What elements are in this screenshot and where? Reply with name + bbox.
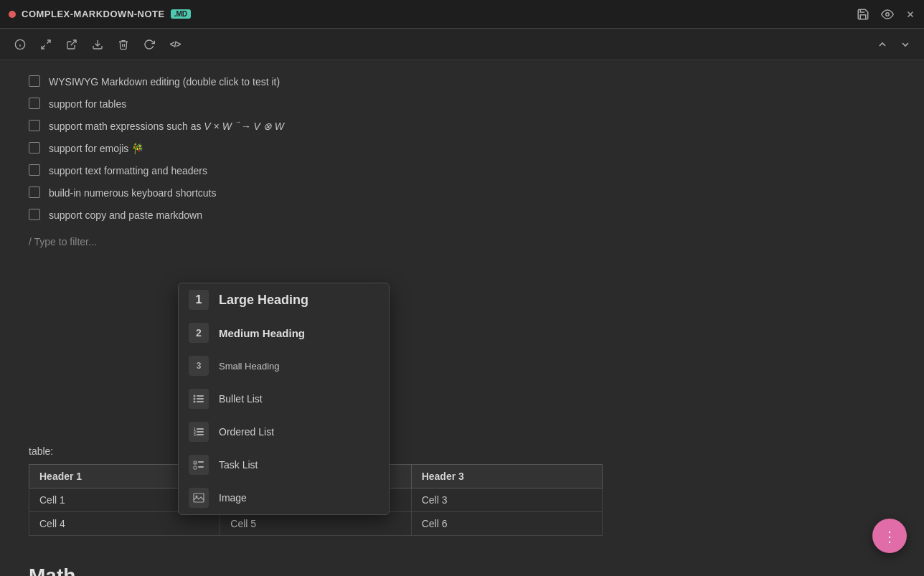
bullet-list-icon bbox=[189, 389, 209, 409]
svg-line-8 bbox=[71, 40, 76, 45]
checkbox-4[interactable] bbox=[29, 142, 40, 154]
table-header-3: Header 3 bbox=[411, 465, 602, 488]
svg-rect-19 bbox=[197, 431, 204, 433]
svg-rect-24 bbox=[194, 466, 197, 469]
filter-placeholder: Type to filter... bbox=[34, 236, 97, 247]
checklist-item-1: WYSIWYG Markdown editing (double click t… bbox=[29, 75, 895, 90]
toolbar-left: </> bbox=[9, 33, 187, 56]
nav-down-button[interactable] bbox=[895, 34, 915, 55]
svg-point-12 bbox=[194, 398, 196, 400]
checklist-text-5: support text formatting and headers bbox=[49, 164, 207, 179]
delete-button[interactable] bbox=[112, 33, 135, 56]
checklist-text-1: WYSIWYG Markdown editing (double click t… bbox=[49, 75, 280, 90]
table-cell-2-1: Cell 4 bbox=[29, 512, 220, 536]
filter-slash: / bbox=[29, 236, 32, 247]
svg-rect-13 bbox=[197, 398, 204, 400]
svg-rect-25 bbox=[198, 466, 204, 468]
svg-rect-26 bbox=[194, 494, 204, 502]
svg-point-10 bbox=[194, 395, 196, 397]
bullet-list-label: Bullet List bbox=[219, 393, 263, 405]
table-cell-1-3: Cell 3 bbox=[411, 488, 602, 512]
task-list-label: Task List bbox=[219, 459, 258, 471]
ordered-list-icon: 1. 2. 3. bbox=[189, 422, 209, 442]
checkbox-3[interactable] bbox=[29, 120, 40, 131]
app-title: COMPLEX-MARKDOWN-NOTE bbox=[22, 9, 165, 19]
external-link-button[interactable] bbox=[60, 33, 83, 56]
checklist-text-7: support copy and paste markdown bbox=[49, 208, 202, 223]
large-heading-label: Large Heading bbox=[219, 293, 308, 308]
svg-line-7 bbox=[42, 45, 45, 49]
toolbar-right bbox=[872, 34, 915, 55]
checklist-item-7: support copy and paste markdown bbox=[29, 208, 895, 223]
image-label: Image bbox=[219, 492, 247, 504]
svg-rect-15 bbox=[197, 401, 204, 402]
info-button[interactable] bbox=[9, 33, 32, 56]
checkbox-2[interactable] bbox=[29, 98, 40, 109]
svg-rect-17 bbox=[197, 428, 204, 430]
table-section: table: Header 1 Header 2 Header 3 Cell 1… bbox=[29, 445, 895, 536]
task-list-icon bbox=[189, 455, 209, 475]
window-dot bbox=[9, 11, 16, 18]
svg-rect-11 bbox=[197, 395, 204, 397]
math-expression: V × W →→ V ⊗ W bbox=[204, 121, 284, 132]
checklist-text-3: support math expressions such as V × W →… bbox=[49, 119, 284, 134]
ordered-list-label: Ordered List bbox=[219, 426, 274, 438]
checklist-text-2: support for tables bbox=[49, 97, 126, 112]
dropdown-item-task-list[interactable]: Task List bbox=[179, 448, 389, 481]
nav-up-button[interactable] bbox=[872, 34, 892, 55]
download-button[interactable] bbox=[86, 33, 109, 56]
checklist-item-4: support for emojis 🎋 bbox=[29, 141, 895, 156]
dropdown-item-bullet-list[interactable]: Bullet List bbox=[179, 382, 389, 415]
title-bar-left: COMPLEX-MARKDOWN-NOTE .MD bbox=[9, 9, 191, 19]
large-heading-icon: 1 bbox=[189, 290, 209, 310]
medium-heading-label: Medium Heading bbox=[219, 327, 305, 339]
dropdown-item-image[interactable]: Image bbox=[179, 481, 389, 514]
dropdown-item-ordered-list[interactable]: 1. 2. 3. Ordered List bbox=[179, 415, 389, 448]
preview-icon[interactable] bbox=[881, 8, 894, 21]
checklist-text-4: support for emojis 🎋 bbox=[49, 141, 143, 156]
refresh-button[interactable] bbox=[138, 33, 161, 56]
checkbox-1[interactable] bbox=[29, 75, 40, 87]
svg-line-6 bbox=[47, 40, 50, 44]
checklist-item-6: build-in numerous keyboard shortcuts bbox=[29, 186, 895, 201]
close-icon[interactable] bbox=[905, 9, 915, 19]
svg-point-0 bbox=[886, 12, 890, 16]
title-bar: COMPLEX-MARKDOWN-NOTE .MD bbox=[0, 0, 924, 29]
checklist-item-2: support for tables bbox=[29, 97, 895, 112]
md-badge: .MD bbox=[171, 9, 191, 19]
fab-icon: ⋮ bbox=[882, 529, 897, 544]
title-bar-right bbox=[857, 8, 915, 21]
checklist-item-3: support math expressions such as V × W →… bbox=[29, 119, 895, 134]
svg-rect-21 bbox=[197, 434, 204, 435]
checklist-text-6: build-in numerous keyboard shortcuts bbox=[49, 186, 216, 201]
editor-area[interactable]: WYSIWYG Markdown editing (double click t… bbox=[0, 60, 924, 576]
dropdown-item-small-heading[interactable]: 3 Small Heading bbox=[179, 349, 389, 382]
code-embed-button[interactable]: </> bbox=[164, 33, 187, 56]
medium-heading-icon: 2 bbox=[189, 323, 209, 343]
checkbox-7[interactable] bbox=[29, 209, 40, 220]
dropdown-item-large-heading[interactable]: 1 Large Heading bbox=[179, 283, 389, 316]
math-section: Math bbox=[29, 565, 895, 576]
checklist-item-5: support text formatting and headers bbox=[29, 164, 895, 179]
table-row-2: Cell 4 Cell 5 Cell 6 bbox=[29, 512, 603, 536]
image-icon bbox=[189, 488, 209, 508]
filter-line: / Type to filter... bbox=[29, 236, 895, 247]
expand-button[interactable] bbox=[34, 33, 57, 56]
dropdown-menu: 1 Large Heading 2 Medium Heading 3 Small… bbox=[178, 283, 390, 515]
checklist: WYSIWYG Markdown editing (double click t… bbox=[29, 75, 895, 223]
svg-point-14 bbox=[194, 401, 196, 403]
dropdown-item-medium-heading[interactable]: 2 Medium Heading bbox=[179, 316, 389, 349]
small-heading-icon: 3 bbox=[189, 356, 209, 376]
checkbox-5[interactable] bbox=[29, 164, 40, 176]
table-cell-2-3: Cell 6 bbox=[411, 512, 602, 536]
svg-rect-23 bbox=[198, 461, 204, 463]
table-cell-2-2: Cell 5 bbox=[220, 512, 411, 536]
math-heading: Math bbox=[29, 565, 895, 576]
small-heading-label: Small Heading bbox=[219, 361, 280, 372]
table-intro: table: bbox=[29, 445, 895, 457]
toolbar: </> bbox=[0, 29, 924, 60]
main-content: WYSIWYG Markdown editing (double click t… bbox=[0, 60, 924, 576]
save-icon[interactable] bbox=[857, 8, 869, 21]
checkbox-6[interactable] bbox=[29, 187, 40, 198]
fab-button[interactable]: ⋮ bbox=[872, 519, 907, 553]
